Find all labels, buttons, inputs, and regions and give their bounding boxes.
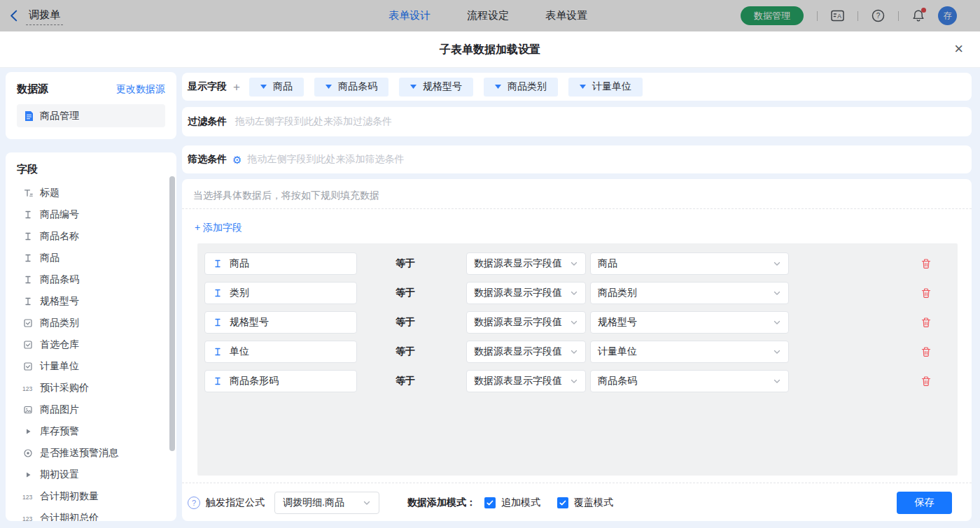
datasource-card: 数据源 更改数据源 商品管理 xyxy=(6,72,176,139)
add-display-field-button[interactable]: + xyxy=(233,81,240,93)
docs-language-icon[interactable]: A xyxy=(831,10,844,22)
fields-card: 字段 标题商品编号商品名称商品商品条码规格型号商品类别首选仓库计量单位123预计… xyxy=(6,152,176,521)
fields-list: 标题商品编号商品名称商品商品条码规格型号商品类别首选仓库计量单位123预计采购价… xyxy=(17,182,176,521)
trash-icon[interactable] xyxy=(920,346,932,357)
text-icon xyxy=(212,259,223,269)
trash-icon[interactable] xyxy=(920,258,932,269)
rule-target-field[interactable]: 规格型号 xyxy=(204,311,357,334)
display-field-tag[interactable]: 计量单位 xyxy=(568,78,643,97)
rule-value-select[interactable]: 规格型号 xyxy=(590,311,789,334)
rule-target-field[interactable]: 单位 xyxy=(204,341,357,363)
avatar[interactable]: 存 xyxy=(938,6,957,25)
mode-checkbox-group[interactable]: 覆盖模式 xyxy=(557,497,613,509)
rule-source-value: 数据源表显示字段值 xyxy=(474,316,562,329)
field-item-label: 预计采购价 xyxy=(40,382,89,394)
rule-target-field[interactable]: 商品 xyxy=(204,252,357,275)
rule-target-field[interactable]: 类别 xyxy=(204,282,357,304)
checkbox[interactable] xyxy=(557,497,568,508)
rule-value-select[interactable]: 商品 xyxy=(590,252,789,275)
gear-icon[interactable]: ⚙ xyxy=(232,155,241,165)
fields-scrollbar[interactable] xyxy=(169,176,175,451)
trash-icon[interactable] xyxy=(920,287,932,299)
field-item[interactable]: 计量单位 xyxy=(17,355,176,377)
field-item-label: 商品编号 xyxy=(40,208,79,221)
trigger-formula-select[interactable]: 调拨明细.商品 xyxy=(274,492,379,514)
field-item[interactable]: 规格型号 xyxy=(17,290,176,312)
checkbox[interactable] xyxy=(484,497,496,508)
sieve-condition-card[interactable]: 筛选条件 ⚙ 拖动左侧字段到此处来添加筛选条件 xyxy=(182,145,972,173)
rule-operator: 等于 xyxy=(396,287,466,299)
field-item[interactable]: 首选仓库 xyxy=(17,334,176,355)
rule-source-select[interactable]: 数据源表显示字段值 xyxy=(466,252,586,275)
field-item[interactable]: 123合计期初总价 xyxy=(17,507,176,521)
select-icon xyxy=(22,340,34,350)
form-title[interactable]: 调拨单 xyxy=(26,7,63,25)
rule-source-select[interactable]: 数据源表显示字段值 xyxy=(466,370,586,392)
field-item[interactable]: 123预计采购价 xyxy=(17,377,176,399)
rule-source-value: 数据源表显示字段值 xyxy=(474,257,562,270)
rule-source-select[interactable]: 数据源表显示字段值 xyxy=(466,311,586,334)
field-item[interactable]: 库存预警 xyxy=(17,420,176,442)
chevron-down-icon xyxy=(363,499,371,507)
data-manage-button[interactable]: 数据管理 xyxy=(741,6,804,25)
field-item[interactable]: 商品条码 xyxy=(17,269,176,290)
rule-target-field[interactable]: 商品条形码 xyxy=(204,370,357,392)
help-icon[interactable]: ? xyxy=(872,9,885,22)
svg-text:123: 123 xyxy=(22,385,32,392)
datasource-title: 数据源 xyxy=(17,83,48,96)
display-field-tag[interactable]: 商品类别 xyxy=(484,78,558,97)
field-item[interactable]: 商品类别 xyxy=(17,312,176,334)
dropdown-triangle-icon xyxy=(410,85,416,89)
field-item[interactable]: 123合计期初数量 xyxy=(17,485,176,507)
text-icon xyxy=(212,317,223,327)
display-field-tag[interactable]: 商品 xyxy=(249,78,304,97)
help-circle-icon[interactable]: ? xyxy=(188,497,200,509)
filter-condition-card[interactable]: 过滤条件 拖动左侧字段到此处来添加过滤条件 xyxy=(182,107,972,136)
field-item[interactable]: 商品图片 xyxy=(17,399,176,420)
field-item-label: 合计期初数量 xyxy=(40,490,99,503)
rule-value-select[interactable]: 商品类别 xyxy=(590,282,789,304)
notification-bell-icon[interactable] xyxy=(912,9,925,22)
rule-target-field-label: 类别 xyxy=(230,287,249,299)
rule-row: 规格型号等于数据源表显示字段值规格型号 xyxy=(204,311,958,334)
image-icon xyxy=(22,405,34,415)
radio-icon xyxy=(22,448,34,458)
save-button[interactable]: 保存 xyxy=(897,492,952,514)
mode-checkboxes: 追加模式覆盖模式 xyxy=(476,497,613,509)
trash-icon[interactable] xyxy=(920,376,932,387)
tab-form-setting[interactable]: 表单设置 xyxy=(545,9,587,22)
display-field-tag[interactable]: 商品条码 xyxy=(314,78,388,97)
field-item[interactable]: 是否推送预警消息 xyxy=(17,442,176,464)
mode-checkbox-group[interactable]: 追加模式 xyxy=(484,497,540,509)
close-icon[interactable]: × xyxy=(954,40,963,58)
display-field-tag-label: 商品类别 xyxy=(507,80,547,93)
field-item[interactable]: 商品 xyxy=(17,247,176,269)
tab-flow-setting[interactable]: 流程设定 xyxy=(467,9,509,22)
display-field-tag[interactable]: 规格型号 xyxy=(399,78,473,97)
datasource-item[interactable]: 商品管理 xyxy=(17,104,165,127)
field-item[interactable]: 商品编号 xyxy=(17,204,176,225)
text-icon xyxy=(212,376,223,386)
change-datasource-link[interactable]: 更改数据源 xyxy=(116,83,165,96)
chevron-down-icon xyxy=(773,259,781,268)
rule-target-field-label: 商品 xyxy=(230,257,249,270)
tab-form-design[interactable]: 表单设计 xyxy=(388,9,430,22)
text-icon xyxy=(22,253,34,263)
rule-source-select[interactable]: 数据源表显示字段值 xyxy=(466,282,586,304)
chevron-down-icon xyxy=(570,348,578,356)
add-rule-field-button[interactable]: + 添加字段 xyxy=(195,220,242,234)
sieve-condition-label: 筛选条件 xyxy=(188,153,227,166)
back-button[interactable] xyxy=(10,10,18,22)
document-icon xyxy=(24,110,34,122)
field-item[interactable]: 标题 xyxy=(17,182,176,204)
trash-icon[interactable] xyxy=(920,317,932,328)
rule-value-select[interactable]: 计量单位 xyxy=(590,341,789,363)
rule-source-select[interactable]: 数据源表显示字段值 xyxy=(466,341,586,363)
field-item[interactable]: 商品名称 xyxy=(17,225,176,247)
field-item[interactable]: 期初设置 xyxy=(17,464,176,485)
caret-icon xyxy=(22,470,34,480)
select-icon xyxy=(22,362,34,371)
svg-text:A: A xyxy=(837,13,841,20)
rule-value-select[interactable]: 商品条码 xyxy=(590,370,789,392)
divider xyxy=(858,11,858,21)
